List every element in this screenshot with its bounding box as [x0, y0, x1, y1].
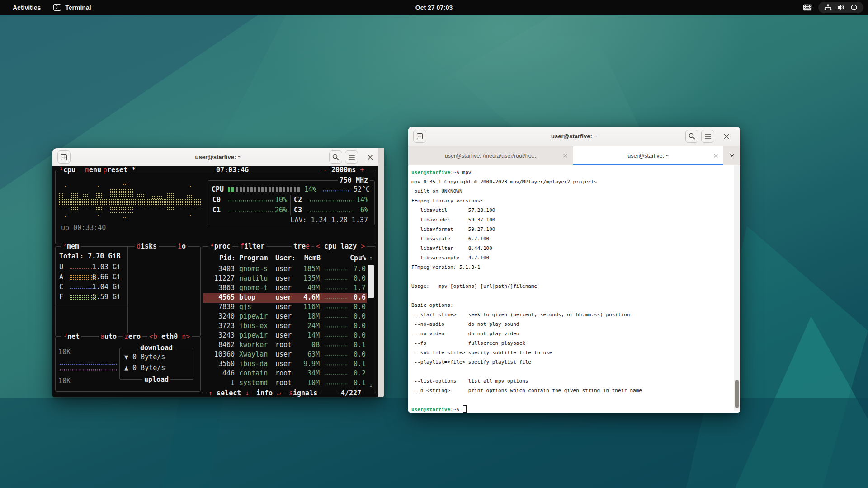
terminal-line: libavcodec 59.37.100: [411, 215, 642, 225]
proc-row[interactable]: 3723ibus-exuser24M0.0: [203, 322, 367, 331]
proc-cpu-graph: [324, 383, 348, 385]
proc-header-mem[interactable]: MemB: [304, 254, 321, 262]
proc-row[interactable]: 8462kworkerroot0B0.1: [203, 341, 367, 350]
net-zero-toggle[interactable]: zero: [123, 333, 142, 341]
btop-preset-button[interactable]: preset *: [101, 166, 137, 174]
mem-row-value: 6.66 Gi: [92, 273, 121, 281]
activities-button[interactable]: Activities: [13, 4, 41, 11]
core-percent: 14%: [356, 196, 368, 204]
net-interface-selector[interactable]: <b eth0 n>: [147, 333, 192, 341]
mem-total: Total: 7.70 GiB: [59, 252, 120, 260]
proc-cell: 3240: [218, 312, 235, 320]
core-label: C3: [294, 206, 302, 214]
io-toggle[interactable]: io: [176, 242, 188, 250]
proc-row[interactable]: 11227nautiluuser135M0.0: [203, 274, 367, 284]
hamburger-icon: [705, 134, 711, 139]
clock[interactable]: Oct 27 07:03: [415, 4, 453, 11]
proc-cell: 0.0: [354, 274, 366, 282]
terminal-app-icon: [53, 4, 61, 11]
proc-row[interactable]: 1systemdroot10M0.1: [203, 379, 367, 388]
mem-panel-title: ²mem: [61, 242, 81, 250]
proc-cell: user: [275, 303, 292, 311]
uptime-label: up 00:33:40: [61, 224, 106, 232]
proc-select-hint[interactable]: ↑ select ↓: [207, 389, 251, 397]
btop-screen[interactable]: ¹cpu menu preset * 07:03:46 - 2000ms +: [52, 166, 384, 397]
terminal-line: --list-options list all mpv options: [411, 376, 642, 386]
new-tab-button[interactable]: [413, 130, 426, 143]
terminal-line: [411, 291, 642, 300]
proc-row[interactable]: 3240pipewiruser18M0.0: [203, 312, 367, 322]
proc-row[interactable]: 7839gjsuser116M0.0: [203, 303, 367, 312]
net-panel-title: ³net: [61, 333, 81, 341]
proc-info-hint[interactable]: info ↵: [255, 389, 283, 397]
proc-cell: 135M: [303, 274, 320, 282]
focused-app-indicator[interactable]: Terminal: [53, 4, 91, 11]
window-btop: user@starfive: ~ ¹cpu menu preset * 07:0…: [52, 148, 384, 397]
proc-cell: user: [275, 274, 292, 282]
terminal-line: libavfilter 8.44.100: [411, 244, 642, 253]
proc-header-cpu[interactable]: Cpu%: [350, 254, 366, 262]
proc-row[interactable]: 4565btopuser4.6M0.6: [203, 293, 367, 303]
core-label: C0: [212, 196, 221, 204]
btop-titlebar[interactable]: user@starfive: ~: [52, 148, 384, 166]
cpu-meter-free: [236, 187, 300, 192]
btop-menu-button[interactable]: menu: [83, 166, 103, 174]
proc-cell: 0.0: [354, 322, 366, 330]
terminal-output[interactable]: user@starfive:~$ mpvmpv 0.35.1 Copyright…: [408, 165, 740, 413]
menu-button[interactable]: [345, 150, 358, 164]
proc-row[interactable]: 446containroot34M0.2: [203, 369, 367, 379]
close-button[interactable]: [720, 130, 733, 143]
proc-cell: 0.0: [354, 331, 366, 339]
proc-row[interactable]: 3403gnome-suser185M7.0: [203, 265, 367, 274]
proc-signals-hint[interactable]: signals: [287, 389, 319, 397]
proc-sort-selector[interactable]: < cpu lazy >: [314, 242, 367, 250]
net-auto-toggle[interactable]: auto: [99, 333, 118, 341]
proc-scrollbar[interactable]: [368, 265, 374, 298]
terminal-line: libavformat 59.27.100: [411, 225, 642, 234]
left-terminal-scrollbar[interactable]: [378, 148, 384, 397]
terminal-line: --no-audio do not play sound: [411, 319, 642, 329]
proc-row[interactable]: 3863gnome-tuser49M1.7: [203, 284, 367, 293]
proc-filter-button[interactable]: filter: [238, 242, 266, 250]
tab-close-icon[interactable]: [714, 153, 718, 159]
proc-header-pid[interactable]: Pid:: [219, 254, 236, 262]
proc-cell: 0B: [311, 341, 320, 349]
btop-interval-control[interactable]: - 2000ms +: [321, 166, 366, 174]
proc-cell: 0.2: [354, 369, 366, 377]
proc-tree-toggle[interactable]: tree: [292, 242, 311, 250]
proc-panel-title: ⁴proc: [208, 242, 232, 250]
core-percent: 10%: [275, 196, 287, 204]
tab-home[interactable]: user@starfive: ~: [573, 146, 723, 165]
proc-cell: Xwaylan: [239, 350, 268, 358]
core-divider: [290, 195, 291, 215]
proc-cell: 1.7: [354, 284, 366, 292]
tab-list-dropdown[interactable]: [724, 146, 740, 165]
proc-cell: nautilu: [239, 274, 268, 282]
proc-cell: 7839: [218, 303, 235, 311]
keyboard-layout-icon[interactable]: [803, 4, 812, 11]
proc-header-user[interactable]: User:: [275, 254, 296, 262]
core-graph: [228, 200, 274, 202]
cpu-total-label: CPU: [212, 185, 224, 193]
terminal-line: mpv 0.35.1 Copyright © 2000-2023 mpv/MPl…: [411, 177, 642, 187]
tab-media-root[interactable]: user@starfive: /media/user/root/ho...: [408, 146, 573, 165]
proc-header-program[interactable]: Program: [239, 254, 268, 262]
search-button[interactable]: [685, 130, 698, 143]
proc-row[interactable]: 3243pipewiruser14M0.0: [203, 331, 367, 341]
terminal-scrollbar-track[interactable]: [734, 165, 740, 411]
mem-disks-divider: [127, 247, 128, 337]
network-icon: [824, 4, 832, 11]
tab-close-icon[interactable]: [563, 153, 567, 159]
proc-row[interactable]: 3560ibus-dauser9.9M0.1: [203, 360, 367, 369]
proc-cell: pipewir: [239, 331, 268, 339]
terminal-titlebar[interactable]: user@starfive: ~: [408, 127, 740, 146]
system-status-menu[interactable]: [818, 2, 863, 13]
close-button[interactable]: [363, 150, 377, 164]
proc-row[interactable]: 10360Xwaylanuser63M0.0: [203, 350, 367, 360]
disks-toggle[interactable]: disks: [135, 242, 159, 250]
search-button[interactable]: [329, 150, 342, 164]
new-tab-button[interactable]: [57, 150, 71, 164]
menu-button[interactable]: [701, 130, 714, 143]
terminal-scrollbar-thumb[interactable]: [735, 380, 739, 408]
window-title: user@starfive: ~: [551, 133, 597, 140]
